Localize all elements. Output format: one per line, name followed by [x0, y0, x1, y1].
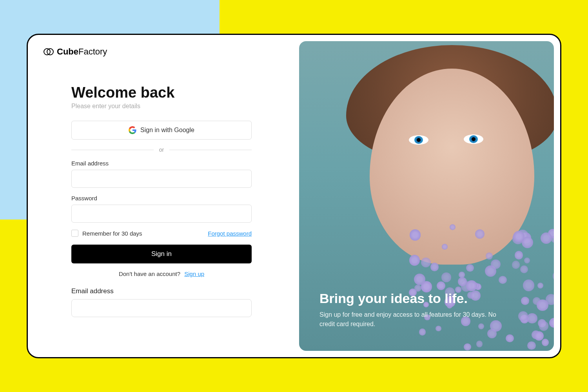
signup-prompt: Don't have an account?	[119, 270, 180, 277]
signin-button[interactable]: Sign in	[71, 245, 252, 263]
brand-logo: CubeFactory	[44, 47, 279, 57]
divider-text: or	[159, 147, 164, 153]
divider: or	[71, 147, 252, 153]
signin-card: CubeFactory Welcome back Please enter yo…	[27, 34, 561, 358]
portrait-eye	[464, 134, 483, 144]
password-field[interactable]	[71, 205, 252, 223]
google-icon	[129, 126, 136, 134]
page-subtitle: Please enter your details	[71, 103, 252, 110]
divider-line	[169, 150, 252, 150]
email-field[interactable]	[71, 170, 252, 188]
email-label: Email address	[71, 160, 252, 167]
flowers	[405, 210, 554, 351]
page-title: Welcome back	[71, 84, 252, 101]
remember-checkbox[interactable]	[71, 230, 78, 237]
signup-prompt-row: Don't have an account? Sign up	[71, 270, 252, 277]
signin-form: Welcome back Please enter your details S…	[71, 84, 252, 317]
password-label: Password	[71, 195, 252, 201]
google-signin-button[interactable]: Sign in with Google	[71, 121, 252, 140]
hero-text: Bring your ideas to life. Sign up for fr…	[319, 291, 500, 329]
options-row: Remember for 30 days Forgot password	[71, 230, 252, 237]
signup-link[interactable]: Sign up	[184, 270, 204, 277]
remember-label: Remember for 30 days	[82, 230, 142, 237]
hero-subtitle: Sign up for free and enjoy access to all…	[319, 310, 500, 329]
extra-email-field[interactable]	[71, 299, 252, 317]
portrait-eye	[409, 135, 428, 145]
hero-title: Bring your ideas to life.	[319, 291, 500, 306]
signin-panel: CubeFactory Welcome back Please enter yo…	[28, 35, 299, 357]
brand-name: CubeFactory	[57, 47, 107, 57]
remember-checkbox-wrap[interactable]: Remember for 30 days	[71, 230, 142, 237]
extra-email-label: Email address	[71, 287, 252, 295]
hero-panel: Bring your ideas to life. Sign up for fr…	[299, 35, 560, 357]
divider-line	[71, 150, 154, 150]
cubefactory-logo-icon	[44, 47, 54, 57]
forgot-password-link[interactable]: Forgot password	[208, 230, 252, 237]
google-signin-label: Sign in with Google	[140, 127, 194, 134]
hero-image: Bring your ideas to life. Sign up for fr…	[299, 41, 554, 351]
